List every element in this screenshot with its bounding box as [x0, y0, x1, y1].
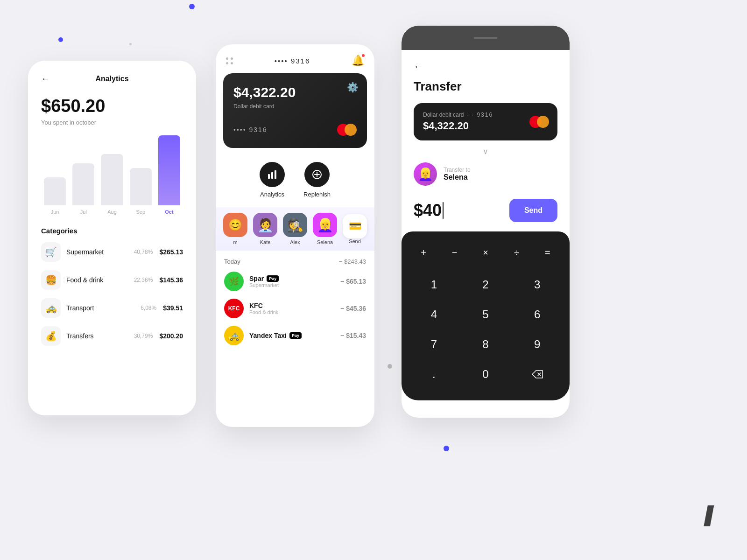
analytics-card: ← Analytics $650.20 You spent in october… [28, 61, 196, 415]
numpad-8[interactable]: 8 [462, 331, 510, 357]
contact-kate-avatar: 🧑‍💼 [253, 213, 277, 237]
contact-unknown[interactable]: 😊 m [223, 213, 247, 245]
numpad: + − × ÷ = 1 2 3 4 5 6 7 8 9 . 0 [402, 231, 570, 400]
numpad-2[interactable]: 2 [462, 272, 510, 298]
deco-dot-5 [444, 446, 449, 451]
spar-logo: 🌿 [224, 272, 244, 291]
bar-aug-label: Aug [107, 209, 117, 215]
source-card-selector[interactable]: Dollar debit card ··· 9316 $4,322.20 [414, 103, 557, 140]
bar-jun: Jun [44, 177, 66, 215]
transfers-name: Transfers [66, 332, 134, 340]
yandex-amount: − $15.43 [340, 332, 366, 339]
svg-rect-0 [268, 174, 270, 179]
contact-selena-name: Selena [317, 239, 333, 245]
notification-badge [361, 53, 366, 58]
send-transfer-button[interactable]: Send [509, 199, 557, 222]
spar-pay-badge: Pay [267, 275, 279, 282]
notification-bell-icon[interactable]: 🔔 [352, 55, 364, 67]
deco-dot-3 [129, 43, 132, 45]
recipient-avatar: 👱‍♀️ [414, 162, 437, 186]
deco-dot-4 [388, 364, 392, 369]
bar-jul-fill [72, 163, 94, 205]
source-card-mastercard [529, 116, 549, 128]
numpad-equals[interactable]: = [534, 241, 561, 264]
contact-unknown-name: m [233, 239, 237, 245]
contact-alex-name: Alex [290, 239, 300, 245]
numpad-plus[interactable]: + [410, 241, 437, 264]
transfer-topbar [402, 26, 570, 50]
bar-sep: Sep [130, 168, 152, 215]
numpad-5[interactable]: 5 [462, 301, 510, 328]
transfers-icon: 💰 [41, 326, 61, 346]
chevron-down-icon[interactable]: ∨ [414, 147, 557, 156]
transport-pct: 6,08% [141, 305, 156, 311]
contact-selena[interactable]: 👱‍♀️ Selena [313, 213, 337, 245]
decorative-slash: // [704, 500, 710, 532]
bar-aug-fill [101, 154, 123, 205]
numpad-dot[interactable]: . [410, 361, 458, 387]
menu-dots-icon[interactable] [226, 57, 233, 64]
analytics-btn-icon [260, 162, 285, 187]
transfer-notch [474, 37, 497, 39]
contact-kate[interactable]: 🧑‍💼 Kate [253, 213, 277, 245]
send-contact-button[interactable]: 💳 Send [343, 214, 367, 244]
replenish-button[interactable]: Replenish [303, 162, 331, 198]
analytics-back-button[interactable]: ← [41, 74, 49, 84]
numpad-divide[interactable]: ÷ [503, 241, 530, 264]
source-card-number: 9316 [477, 112, 493, 118]
contact-alex-avatar: 🕵️ [283, 213, 307, 237]
bar-oct-label: Oct [165, 209, 173, 215]
recipient-transfer-label: Transfer to [444, 167, 471, 173]
bar-aug: Aug [101, 154, 123, 215]
yandex-logo: 🚕 [224, 326, 244, 345]
card-number-display: •••• 9316 [275, 57, 310, 65]
deco-dot-1 [189, 4, 195, 9]
kfc-info: KFC Food & drink [249, 302, 340, 315]
kfc-amount: − $45.36 [340, 305, 366, 312]
numpad-0[interactable]: 0 [462, 361, 510, 387]
categories-section-title: Categories [41, 227, 183, 235]
numpad-4[interactable]: 4 [410, 301, 458, 328]
send-contact-label: Send [349, 238, 361, 244]
food-icon: 🍔 [41, 270, 61, 290]
recipient-row: 👱‍♀️ Transfer to Selena [414, 162, 557, 186]
numpad-minus[interactable]: − [441, 241, 468, 264]
analytics-title: Analytics [95, 75, 128, 83]
yandex-pay-badge: Pay [289, 332, 302, 339]
bar-jul-label: Jul [80, 209, 87, 215]
numpad-backspace[interactable] [513, 361, 561, 387]
mastercard-logo [337, 124, 357, 136]
analytics-bar-chart: Jun Jul Aug Sep Oct [41, 140, 183, 215]
contact-alex[interactable]: 🕵️ Alex [283, 213, 307, 245]
analytics-button[interactable]: Analytics [260, 162, 285, 198]
mc-orange-2 [537, 116, 549, 128]
numpad-7[interactable]: 7 [410, 331, 458, 357]
analytics-header: ← Analytics [41, 75, 183, 83]
spar-amount: − $65.13 [340, 278, 366, 285]
transport-amount: $39.51 [163, 304, 183, 312]
numpad-6[interactable]: 6 [513, 301, 561, 328]
kfc-logo: KFC [224, 299, 244, 318]
transport-icon: 🚕 [41, 298, 61, 318]
bar-sep-label: Sep [136, 209, 145, 215]
contact-selena-avatar: 👱‍♀️ [313, 213, 337, 237]
category-supermarket: 🛒 Supermarket 40,78% $265.13 [41, 242, 183, 262]
numpad-multiply[interactable]: × [472, 241, 499, 264]
transactions-date: Today [224, 258, 240, 265]
card-type-label: Dollar debit card [233, 103, 357, 110]
numpad-3[interactable]: 3 [513, 272, 561, 298]
transfers-amount: $200.20 [159, 332, 183, 340]
transfer-amount-value: $40 [414, 201, 442, 220]
food-amount: $145.36 [159, 276, 183, 284]
kfc-name: KFC [249, 302, 340, 309]
numpad-9[interactable]: 9 [513, 331, 561, 357]
category-transport: 🚕 Transport 6,08% $39.51 [41, 298, 183, 318]
deco-dot-2 [58, 37, 63, 42]
card-balance: $4,322.20 [233, 84, 357, 100]
card-settings-icon[interactable]: ⚙️ [347, 82, 359, 93]
transactions-section: Today − $243.43 🌿 Spar Pay Supermarket −… [216, 251, 374, 345]
numpad-1[interactable]: 1 [410, 272, 458, 298]
svg-rect-2 [275, 170, 276, 179]
transfer-back-button[interactable]: ← [414, 61, 423, 72]
transfer-amount-display[interactable]: $40 [414, 201, 444, 220]
